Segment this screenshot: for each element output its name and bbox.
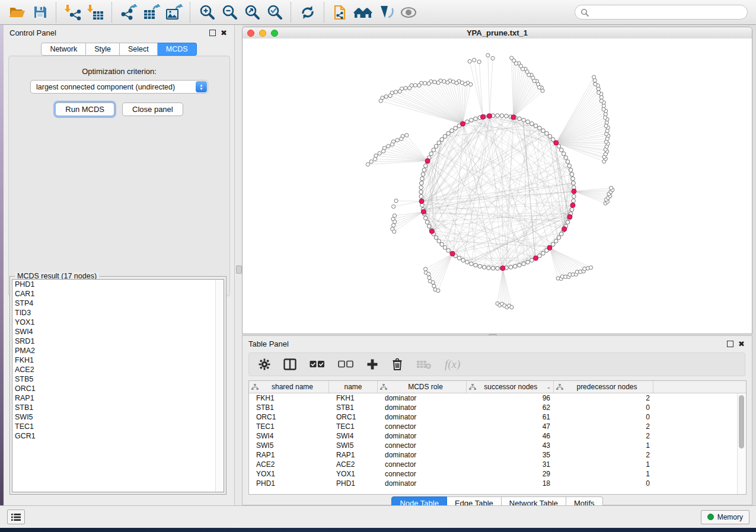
create-column-icon[interactable]: [366, 358, 378, 370]
network-canvas[interactable]: [243, 39, 752, 334]
table-cell[interactable]: 2: [554, 394, 653, 402]
table-cell[interactable]: FKH1: [329, 394, 378, 402]
vizmapper-icon[interactable]: [375, 2, 397, 23]
table-cell[interactable]: 0: [554, 479, 653, 488]
eye-icon[interactable]: [397, 2, 420, 23]
zoom-fit-icon[interactable]: [241, 2, 263, 23]
float-panel-icon[interactable]: [727, 341, 733, 347]
table-cell[interactable]: connector: [378, 460, 467, 469]
table-cell[interactable]: 96: [467, 394, 554, 402]
optimization-criterion-select[interactable]: largest connected component (undirected)…: [30, 80, 208, 94]
column-header-successor-nodes[interactable]: successor nodes⌄: [467, 381, 554, 393]
search-box[interactable]: [575, 5, 748, 20]
close-panel-button[interactable]: Close panel: [122, 102, 183, 116]
tab-mcds[interactable]: MCDS: [158, 43, 197, 56]
table-row[interactable]: SWI4SWI4dominator462: [249, 431, 746, 441]
table-cell[interactable]: 47: [467, 422, 554, 431]
mcds-result-item[interactable]: SWI4: [12, 327, 224, 336]
zoom-selected-icon[interactable]: [263, 2, 286, 23]
vertical-splitter[interactable]: [235, 25, 242, 505]
table-cell[interactable]: connector: [378, 422, 467, 431]
select-all-icon[interactable]: [310, 360, 325, 368]
table-cell[interactable]: dominator: [378, 413, 467, 421]
deselect-all-icon[interactable]: [338, 360, 353, 368]
mcds-result-item[interactable]: YOX1: [12, 318, 224, 327]
mcds-result-item[interactable]: STP4: [12, 299, 224, 308]
show-columns-icon[interactable]: [283, 358, 296, 370]
table-cell[interactable]: dominator: [378, 432, 467, 440]
table-cell[interactable]: SWI5: [329, 441, 378, 450]
table-cell[interactable]: YOX1: [249, 470, 329, 478]
mcds-result-item[interactable]: ORC1: [12, 384, 224, 393]
delete-columns-trash-icon[interactable]: [391, 358, 403, 371]
export-table-icon[interactable]: [140, 2, 162, 23]
splitter-handle[interactable]: [236, 265, 242, 274]
table-cell[interactable]: STB1: [329, 403, 378, 412]
table-cell[interactable]: 62: [467, 403, 554, 412]
save-session-icon[interactable]: [28, 2, 51, 23]
table-cell[interactable]: SWI5: [249, 441, 329, 450]
float-panel-icon[interactable]: [209, 30, 216, 36]
table-row[interactable]: ORC1ORC1dominator610: [249, 412, 746, 422]
table-cell[interactable]: 31: [467, 460, 554, 469]
mcds-result-item[interactable]: SRD1: [12, 336, 224, 346]
close-panel-icon[interactable]: ✖: [738, 341, 745, 347]
mcds-result-item[interactable]: STB5: [12, 374, 224, 384]
column-header-shared-name[interactable]: shared name: [249, 381, 329, 393]
table-cell[interactable]: 2: [554, 451, 653, 459]
table-row[interactable]: SWI5SWI5connector431: [249, 441, 746, 450]
table-cell[interactable]: 1: [554, 470, 653, 478]
table-cell[interactable]: YOX1: [329, 470, 378, 478]
table-cell[interactable]: 0: [554, 403, 653, 412]
table-cell[interactable]: 0: [554, 413, 653, 421]
refresh-layout-icon[interactable]: [296, 2, 319, 23]
table-cell[interactable]: TEC1: [329, 422, 378, 431]
table-cell[interactable]: ORC1: [249, 413, 329, 421]
table-cell[interactable]: FKH1: [249, 394, 329, 402]
websession-home-icon[interactable]: [352, 2, 375, 23]
table-cell[interactable]: dominator: [378, 403, 467, 412]
network-window-titlebar[interactable]: YPA_prune.txt_1: [243, 27, 752, 39]
table-row[interactable]: TEC1TEC1connector472: [249, 422, 746, 431]
table-cell[interactable]: PHD1: [329, 479, 378, 488]
mcds-result-item[interactable]: CAR1: [12, 289, 224, 299]
mcds-result-item[interactable]: FKH1: [12, 355, 224, 365]
export-image-icon[interactable]: [162, 2, 185, 23]
share-document-icon[interactable]: [330, 2, 352, 23]
table-cell[interactable]: 61: [467, 413, 554, 421]
task-history-button[interactable]: [7, 509, 25, 524]
tab-network[interactable]: Network: [41, 43, 86, 56]
table-cell[interactable]: dominator: [378, 451, 467, 459]
mcds-result-item[interactable]: SWI5: [12, 412, 224, 422]
table-cell[interactable]: TEC1: [249, 422, 329, 431]
mcds-result-item[interactable]: PMA2: [12, 346, 224, 355]
mcds-result-item[interactable]: RAP1: [12, 393, 224, 403]
mcds-result-item[interactable]: GCR1: [12, 431, 224, 441]
table-cell[interactable]: ACE2: [329, 460, 378, 469]
table-cell[interactable]: STB1: [249, 403, 329, 412]
table-cell[interactable]: 35: [467, 451, 554, 459]
table-cell[interactable]: 1: [554, 460, 653, 469]
table-cell[interactable]: 18: [467, 479, 554, 488]
mcds-list-scrollbar[interactable]: [215, 280, 224, 492]
mcds-result-item[interactable]: STB1: [12, 403, 224, 412]
table-cell[interactable]: ACE2: [249, 460, 329, 469]
run-mcds-button[interactable]: Run MCDS: [55, 102, 114, 116]
memory-button[interactable]: Memory: [701, 510, 749, 524]
open-file-icon[interactable]: [6, 2, 28, 23]
mcds-result-item[interactable]: PHD1: [12, 280, 224, 289]
column-header-predecessor-nodes[interactable]: predecessor nodes: [554, 381, 653, 393]
table-cell[interactable]: RAP1: [249, 451, 329, 459]
table-cell[interactable]: dominator: [378, 479, 467, 488]
table-cell[interactable]: 2: [554, 422, 653, 431]
close-panel-icon[interactable]: ✖: [221, 30, 227, 36]
table-cell[interactable]: 2: [554, 432, 653, 440]
import-network-icon[interactable]: [62, 2, 84, 23]
mcds-result-item[interactable]: TEC1: [12, 422, 224, 431]
table-row[interactable]: RAP1RAP1dominator352: [249, 450, 746, 460]
table-cell[interactable]: SWI4: [329, 432, 378, 440]
mcds-result-item[interactable]: ACE2: [12, 365, 224, 374]
table-cell[interactable]: connector: [378, 441, 467, 450]
table-row[interactable]: YOX1YOX1connector291: [249, 469, 746, 479]
table-row[interactable]: FKH1FKH1dominator962: [249, 393, 746, 403]
